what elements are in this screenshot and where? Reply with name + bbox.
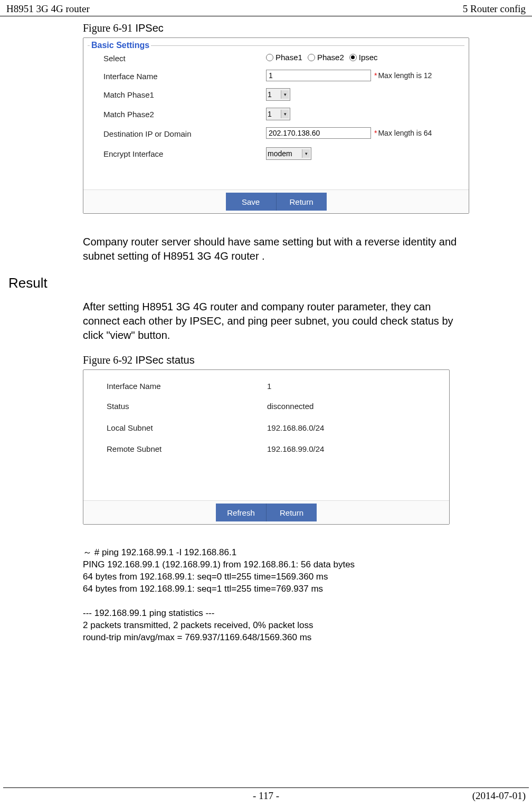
label-interface-name: Interface Name xyxy=(103,72,158,81)
label-match-phase2: Match Phase2 xyxy=(103,110,154,119)
value-local-subnet: 192.168.86.0/24 xyxy=(267,423,324,432)
return-button[interactable]: Return xyxy=(267,504,317,521)
paragraph-result: After setting H8951 3G 4G router and com… xyxy=(83,300,469,343)
header-rule xyxy=(0,16,532,16)
paragraph-company-router: Company router server should have same s… xyxy=(83,235,469,263)
footer-rule xyxy=(3,787,529,788)
chevron-down-icon: ▾ xyxy=(281,90,289,99)
chevron-down-icon: ▾ xyxy=(281,110,289,118)
figure-name: IPSec xyxy=(132,22,164,34)
match-phase2-select[interactable]: 1▾ xyxy=(266,108,290,120)
select-radio-group: Phase1 Phase2 Ipsec xyxy=(266,53,383,62)
label-encrypt-interface: Encrypt Interface xyxy=(103,149,163,158)
radio-phase2[interactable]: Phase2 xyxy=(308,53,344,62)
label-match-phase1: Match Phase1 xyxy=(103,90,154,99)
match-phase1-value: 1 xyxy=(268,90,272,99)
value-status-interface-name: 1 xyxy=(267,382,271,391)
radio-circle-icon xyxy=(266,54,273,61)
encrypt-interface-select[interactable]: modem▾ xyxy=(266,147,311,160)
encrypt-interface-value: modem xyxy=(268,149,292,158)
header-left: H8951 3G 4G router xyxy=(6,3,90,15)
figure-number: Figure 6-92 xyxy=(83,354,132,366)
radio-phase2-label: Phase2 xyxy=(317,53,344,62)
header-right: 5 Router config xyxy=(463,3,526,15)
figure-caption-2: Figure 6-92 IPSec status xyxy=(83,354,532,366)
figure-name: IPSec status xyxy=(132,354,195,366)
figure-caption-1: Figure 6-91 IPSec xyxy=(83,22,532,34)
chevron-down-icon: ▾ xyxy=(302,149,310,158)
hint-max12: *Max length is 12 xyxy=(374,71,432,80)
save-button[interactable]: Save xyxy=(226,193,277,211)
radio-ipsec-label: Ipsec xyxy=(359,53,378,62)
match-phase2-value: 1 xyxy=(268,110,272,118)
fieldset-title: Basic Settings xyxy=(90,41,151,50)
footer-page-number: - 117 - xyxy=(253,790,279,802)
label-destination: Destination IP or Domain xyxy=(103,129,191,138)
label-local-subnet: Local Subnet xyxy=(107,423,153,432)
destination-input[interactable] xyxy=(266,127,371,139)
value-remote-subnet: 192.168.99.0/24 xyxy=(267,444,324,453)
page-header: H8951 3G 4G router 5 Router config xyxy=(0,3,532,16)
label-remote-subnet: Remote Subnet xyxy=(107,444,162,453)
ipsec-settings-panel: Basic Settings Select Phase1 Phase2 Ipse… xyxy=(83,37,469,214)
radio-phase1-label: Phase1 xyxy=(276,53,302,62)
refresh-button[interactable]: Refresh xyxy=(216,504,267,521)
return-button[interactable]: Return xyxy=(277,193,327,211)
interface-name-input[interactable] xyxy=(266,70,371,81)
value-status: disconnected xyxy=(267,402,314,411)
hint-max64: *Max length is 64 xyxy=(374,129,432,137)
match-phase1-select[interactable]: 1▾ xyxy=(266,88,290,101)
label-status-interface-name: Interface Name xyxy=(107,382,161,391)
radio-dot-icon xyxy=(351,55,355,59)
radio-circle-icon xyxy=(308,54,315,61)
label-select: Select xyxy=(103,54,126,63)
section-heading-result: Result xyxy=(8,275,532,291)
button-bar: Refresh Return xyxy=(83,500,449,524)
button-bar: Save Return xyxy=(83,189,469,213)
ping-output: ～ # ping 192.168.99.1 -I 192.168.86.1 PI… xyxy=(83,547,532,644)
label-status: Status xyxy=(107,402,129,411)
figure-number: Figure 6-91 xyxy=(83,22,132,34)
page-footer: - 117 - (2014-07-01) xyxy=(0,787,532,802)
radio-circle-icon xyxy=(349,54,357,61)
ipsec-status-panel: Interface Name 1 Status disconnected Loc… xyxy=(83,369,450,525)
radio-ipsec[interactable]: Ipsec xyxy=(349,53,378,62)
footer-date: (2014-07-01) xyxy=(472,790,526,802)
radio-phase1[interactable]: Phase1 xyxy=(266,53,302,62)
